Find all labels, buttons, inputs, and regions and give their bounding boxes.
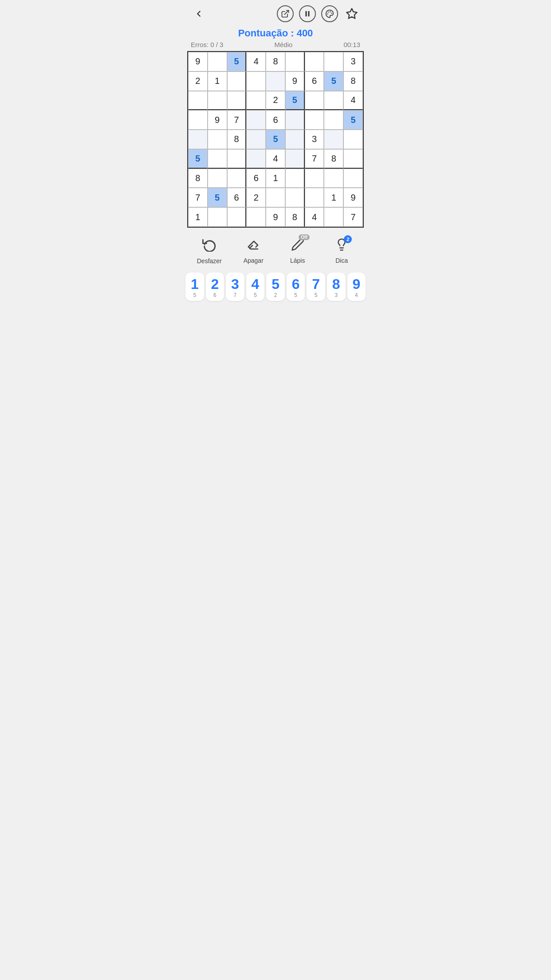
cell-5-2[interactable] — [227, 149, 247, 169]
back-button[interactable] — [191, 6, 207, 22]
cell-0-0[interactable]: 9 — [188, 52, 208, 71]
numpad-3[interactable]: 37 — [226, 273, 244, 301]
cell-3-2[interactable]: 7 — [227, 110, 247, 130]
cell-8-2[interactable] — [227, 207, 247, 227]
cell-2-1[interactable] — [208, 91, 227, 111]
cell-6-1[interactable] — [208, 169, 227, 188]
cell-2-0[interactable] — [188, 91, 208, 111]
cell-1-6[interactable]: 6 — [305, 71, 324, 91]
cell-2-2[interactable] — [227, 91, 247, 111]
cell-7-3[interactable]: 2 — [246, 188, 266, 207]
cell-0-7[interactable] — [324, 52, 343, 71]
cell-5-3[interactable] — [246, 149, 266, 169]
cell-5-7[interactable]: 8 — [324, 149, 343, 169]
cell-7-5[interactable] — [285, 188, 305, 207]
cell-0-1[interactable] — [208, 52, 227, 71]
cell-3-3[interactable] — [246, 110, 266, 130]
cell-1-0[interactable]: 2 — [188, 71, 208, 91]
cell-8-8[interactable]: 7 — [343, 207, 363, 227]
numpad-4[interactable]: 45 — [246, 273, 265, 301]
cell-0-4[interactable]: 8 — [266, 52, 285, 71]
cell-1-2[interactable] — [227, 71, 247, 91]
cell-6-5[interactable] — [285, 169, 305, 188]
cell-1-8[interactable]: 8 — [343, 71, 363, 91]
cell-4-5[interactable] — [285, 130, 305, 149]
theme-button[interactable] — [321, 5, 338, 22]
cell-5-4[interactable]: 4 — [266, 149, 285, 169]
cell-2-8[interactable]: 4 — [343, 91, 363, 111]
cell-2-6[interactable] — [305, 91, 324, 111]
cell-4-1[interactable] — [208, 130, 227, 149]
cell-0-2[interactable]: 5 — [227, 52, 247, 71]
cell-3-0[interactable] — [188, 110, 208, 130]
cell-4-4[interactable]: 5 — [266, 130, 285, 149]
cell-8-6[interactable]: 4 — [305, 207, 324, 227]
cell-7-8[interactable]: 9 — [343, 188, 363, 207]
pause-button[interactable] — [299, 5, 316, 22]
hint-button[interactable]: 2Dica — [326, 238, 357, 264]
cell-1-1[interactable]: 1 — [208, 71, 227, 91]
cell-0-8[interactable]: 3 — [343, 52, 363, 71]
cell-7-4[interactable] — [266, 188, 285, 207]
cell-5-0[interactable]: 5 — [188, 149, 208, 169]
cell-4-0[interactable] — [188, 130, 208, 149]
cell-7-7[interactable]: 1 — [324, 188, 343, 207]
cell-2-3[interactable] — [246, 91, 266, 111]
cell-6-0[interactable]: 8 — [188, 169, 208, 188]
cell-6-6[interactable] — [305, 169, 324, 188]
cell-6-2[interactable] — [227, 169, 247, 188]
cell-4-6[interactable]: 3 — [305, 130, 324, 149]
settings-button[interactable] — [343, 5, 360, 22]
cell-0-3[interactable]: 4 — [246, 52, 266, 71]
cell-7-0[interactable]: 7 — [188, 188, 208, 207]
cell-4-2[interactable]: 8 — [227, 130, 247, 149]
cell-4-3[interactable] — [246, 130, 266, 149]
cell-4-8[interactable] — [343, 130, 363, 149]
cell-7-1[interactable]: 5 — [208, 188, 227, 207]
undo-button[interactable]: Desfazer — [194, 237, 225, 265]
cell-8-3[interactable] — [246, 207, 266, 227]
cell-3-7[interactable] — [324, 110, 343, 130]
cell-0-5[interactable] — [285, 52, 305, 71]
numpad-6[interactable]: 65 — [287, 273, 305, 301]
cell-1-7[interactable]: 5 — [324, 71, 343, 91]
cell-8-5[interactable]: 8 — [285, 207, 305, 227]
cell-7-6[interactable] — [305, 188, 324, 207]
cell-1-5[interactable]: 9 — [285, 71, 305, 91]
numpad-8[interactable]: 83 — [327, 273, 346, 301]
cell-6-3[interactable]: 6 — [246, 169, 266, 188]
cell-5-8[interactable] — [343, 149, 363, 169]
cell-2-5[interactable]: 5 — [285, 91, 305, 111]
numpad-5[interactable]: 52 — [266, 273, 285, 301]
cell-6-8[interactable] — [343, 169, 363, 188]
cell-5-6[interactable]: 7 — [305, 149, 324, 169]
cell-8-0[interactable]: 1 — [188, 207, 208, 227]
pencil-button[interactable]: OffLápis — [282, 238, 313, 264]
erase-button[interactable]: Apagar — [238, 238, 269, 264]
cell-7-2[interactable]: 6 — [227, 188, 247, 207]
cell-3-4[interactable]: 6 — [266, 110, 285, 130]
cell-4-7[interactable] — [324, 130, 343, 149]
numpad-2[interactable]: 26 — [206, 273, 224, 301]
svg-marker-7 — [346, 8, 357, 18]
cell-3-5[interactable] — [285, 110, 305, 130]
share-button[interactable] — [277, 5, 294, 22]
cell-3-6[interactable] — [305, 110, 324, 130]
cell-5-5[interactable] — [285, 149, 305, 169]
cell-2-7[interactable] — [324, 91, 343, 111]
cell-8-1[interactable] — [208, 207, 227, 227]
cell-8-7[interactable] — [324, 207, 343, 227]
numpad-9[interactable]: 94 — [347, 273, 366, 301]
numpad-7[interactable]: 75 — [307, 273, 325, 301]
cell-1-3[interactable] — [246, 71, 266, 91]
cell-3-1[interactable]: 9 — [208, 110, 227, 130]
numpad-1[interactable]: 15 — [185, 273, 204, 301]
cell-3-8[interactable]: 5 — [343, 110, 363, 130]
cell-1-4[interactable] — [266, 71, 285, 91]
cell-6-4[interactable]: 1 — [266, 169, 285, 188]
cell-2-4[interactable]: 2 — [266, 91, 285, 111]
cell-6-7[interactable] — [324, 169, 343, 188]
cell-8-4[interactable]: 9 — [266, 207, 285, 227]
cell-5-1[interactable] — [208, 149, 227, 169]
cell-0-6[interactable] — [305, 52, 324, 71]
